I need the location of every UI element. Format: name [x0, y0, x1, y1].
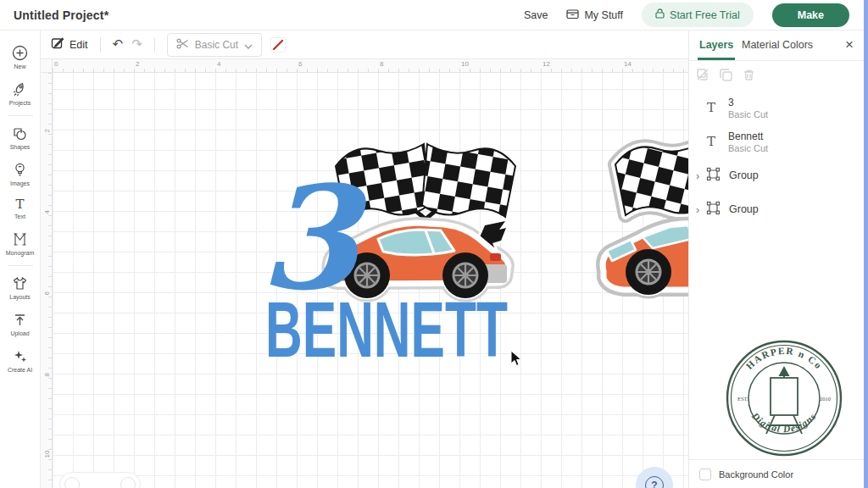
zoom-control[interactable] [59, 472, 141, 488]
horizontal-ruler: 0 2 4 6 8 10 12 14 [53, 59, 688, 73]
linetype-value: Basic Cut [195, 39, 238, 51]
chevron-down-icon [244, 37, 253, 53]
group-icon [706, 201, 721, 219]
layers-panel: Layers Material Colors × T 3 Basic Cut T… [688, 30, 864, 488]
text-layer-icon: T [703, 134, 720, 149]
tab-layers[interactable]: Layers [699, 39, 733, 51]
undo-button[interactable]: ↶ [113, 38, 124, 51]
zoom-out-button[interactable] [64, 477, 80, 488]
edit-toolbar: Edit ↶ ↷ Basic Cut [41, 30, 688, 59]
background-color-label: Background Color [719, 469, 793, 480]
chevron-right-icon[interactable]: › [696, 203, 706, 216]
layer-name: Group [729, 203, 759, 215]
canvas-area: 0 2 4 6 8 10 12 14 2 4 6 8 10 [41, 59, 688, 488]
background-color-checkbox[interactable] [699, 469, 711, 480]
shapes-icon [12, 125, 28, 141]
line-color-swatch[interactable] [270, 37, 286, 53]
zoom-in-button[interactable] [120, 477, 136, 488]
tshirt-icon [12, 275, 28, 291]
redo-button[interactable]: ↷ [131, 38, 142, 51]
lock-icon [655, 8, 665, 21]
sidebar-item-images[interactable]: Images [0, 156, 40, 192]
sidebar-item-new[interactable]: New [0, 39, 40, 75]
rocket-icon [12, 81, 28, 97]
duplicate-icon[interactable] [719, 68, 733, 86]
layer-cut-type: Basic Cut [728, 143, 768, 153]
monogram-icon [12, 231, 28, 247]
video-edge-strip [864, 0, 868, 488]
upload-arrow-icon [12, 312, 28, 328]
sidebar-divider [8, 265, 33, 266]
design-grid[interactable] [53, 73, 688, 488]
chevron-right-icon[interactable]: › [696, 169, 706, 182]
layer-row-group-1[interactable]: › Group [689, 164, 864, 186]
sidebar-item-shapes[interactable]: Shapes [0, 119, 40, 156]
edit-pen-icon [51, 36, 64, 53]
my-stuff-box-icon [566, 8, 579, 22]
start-free-trial-button[interactable]: Start Free Trial [642, 3, 754, 27]
tab-material-colors[interactable]: Material Colors [742, 39, 813, 51]
text-icon: T [15, 198, 24, 211]
scissors-icon [176, 37, 189, 53]
project-title[interactable]: Untitled Project* [14, 8, 108, 22]
layer-row-group-2[interactable]: › Group [689, 198, 864, 220]
ungroup-icon[interactable] [696, 68, 710, 86]
layer-name: 3 [728, 97, 768, 108]
my-stuff-button[interactable]: My Stuff [566, 8, 623, 22]
group-icon [706, 167, 721, 185]
trash-icon[interactable] [742, 68, 756, 86]
layer-name: Group [729, 169, 759, 181]
question-mark-icon: ? [645, 476, 664, 488]
vertical-ruler: 2 4 6 8 10 [41, 73, 53, 488]
panel-header: Layers Material Colors × [689, 30, 864, 61]
layer-row-bennett[interactable]: T Bennett Basic Cut [689, 125, 864, 158]
left-sidebar: New Projects Shapes Images T Text Monogr… [0, 30, 41, 488]
sidebar-item-projects[interactable]: Projects [0, 75, 40, 112]
layer-cut-type: Basic Cut [728, 109, 768, 119]
toolbar-separator [100, 37, 101, 53]
text-layer-icon: T [703, 100, 720, 115]
lightbulb-icon [12, 162, 28, 178]
toolbar-separator [154, 37, 155, 53]
linetype-dropdown[interactable]: Basic Cut [167, 33, 262, 57]
sidebar-item-text[interactable]: T Text [0, 192, 40, 225]
layer-row-3[interactable]: T 3 Basic Cut [689, 92, 864, 124]
sidebar-item-monogram[interactable]: Monogram [0, 225, 40, 262]
sidebar-item-layouts[interactable]: Layouts [0, 269, 40, 306]
sidebar-item-upload[interactable]: Upload [0, 306, 40, 342]
layer-name: Bennett [728, 130, 768, 142]
layer-tools [696, 68, 756, 86]
save-button[interactable]: Save [524, 9, 548, 21]
plus-circle-icon [12, 45, 28, 61]
make-button[interactable]: Make [772, 3, 849, 27]
sidebar-item-create-ai[interactable]: Create AI [0, 342, 40, 379]
close-icon[interactable]: × [845, 36, 854, 53]
sidebar-divider [8, 115, 33, 116]
background-color-row: Background Color [689, 459, 864, 488]
edit-button[interactable]: Edit [51, 36, 88, 53]
sparkles-icon [12, 348, 28, 364]
ruler-corner [41, 59, 53, 73]
top-bar: Untitled Project* Save My Stuff Start Fr… [0, 0, 868, 30]
